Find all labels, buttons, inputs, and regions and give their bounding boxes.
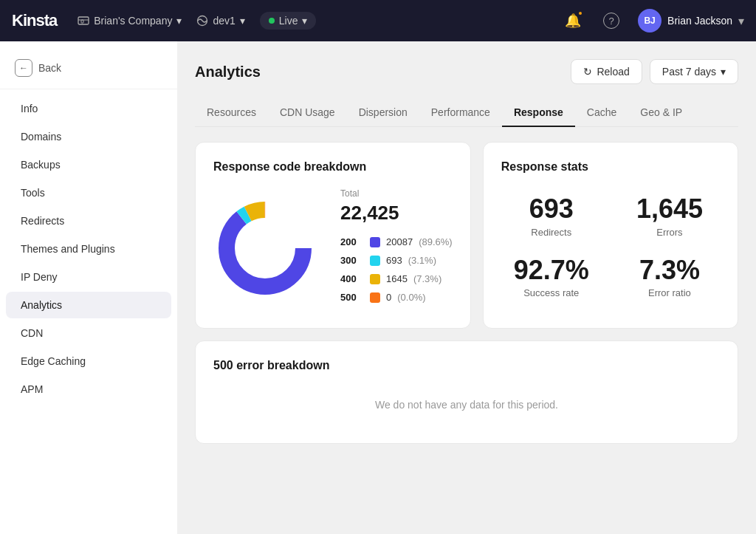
back-icon: ← [15,59,32,77]
stat-label: Redirects [501,227,602,238]
stats-grid: 693 Redirects 1,645 Errors 92.7% Success… [501,188,720,298]
tab-geo-ip[interactable]: Geo & IP [628,99,694,127]
legend-area: Total 22,425 200 20087 (89.6%) 300 693 (… [340,188,453,310]
total-value: 22,425 [340,202,453,225]
legend-dot [370,256,380,266]
date-range-chevron: ▾ [721,66,726,78]
site-name: dev1 [213,15,235,27]
sidebar-item-edge-caching[interactable]: Edge Caching [6,348,171,374]
legend-count: 693 [386,255,402,266]
legend-count: 0 [386,292,391,303]
reload-icon: ↻ [583,66,592,78]
tab-response[interactable]: Response [502,99,575,127]
reload-button[interactable]: ↻ Reload [571,59,642,84]
reload-label: Reload [597,66,629,78]
logo: Kinsta [12,11,57,30]
user-menu[interactable]: BJ Brian Jackson ▾ [638,9,744,32]
stat-value: 693 [501,194,602,224]
avatar: BJ [638,9,662,32]
legend-count: 1645 [386,273,408,284]
legend-item-300: 300 693 (3.1%) [340,255,453,266]
legend-code: 200 [340,236,364,247]
company-selector[interactable]: Brian's Company ▾ [78,15,182,27]
site-selector[interactable]: dev1 ▾ [196,15,244,27]
tab-resources[interactable]: Resources [195,99,268,127]
legend-item-400: 400 1645 (7.3%) [340,273,453,284]
legend-pct: (0.0%) [397,292,425,303]
user-chevron: ▾ [738,14,744,28]
back-label: Back [38,62,61,74]
svg-rect-1 [81,20,83,23]
donut-chart [213,196,317,303]
analytics-tabs: ResourcesCDN UsageDispersionPerformanceR… [195,99,738,127]
topnav: Kinsta Brian's Company ▾ dev1 ▾ Live ▾ 🔔… [0,0,756,41]
header-actions: ↻ Reload Past 7 days ▾ [571,59,738,84]
sidebar-item-info[interactable]: Info [6,95,171,122]
date-range-label: Past 7 days [662,66,716,78]
legend-dot [370,237,380,247]
stat-value: 92.7% [501,256,602,285]
tab-performance[interactable]: Performance [419,99,502,127]
no-data-message: We do not have any data for this period. [213,384,720,425]
layout: ← Back InfoDomainsBackupsToolsRedirectsT… [0,41,756,534]
live-chevron: ▾ [302,15,307,27]
company-name: Brian's Company [94,15,172,27]
legend-pct: (3.1%) [408,255,436,266]
sidebar-item-themes-plugins[interactable]: Themes and Plugins [6,236,171,262]
legend-pct: (89.6%) [419,236,453,247]
stats-card-title: Response stats [501,160,720,174]
help-button[interactable]: ? [599,9,623,32]
stat-success-rate: 92.7% Success rate [501,256,602,299]
legend-count: 20087 [386,236,413,247]
sidebar-item-backups[interactable]: Backups [6,151,171,178]
back-button[interactable]: ← Back [0,53,177,89]
username: Brian Jackson [667,15,732,27]
legend-item-500: 500 0 (0.0%) [340,292,453,303]
tab-dispersion[interactable]: Dispersion [347,99,419,127]
response-stats-card: Response stats 693 Redirects 1,645 Error… [483,142,738,329]
cards-row: Response code breakdown [195,142,738,329]
tab-cache[interactable]: Cache [575,99,628,127]
notifications-button[interactable]: 🔔 [561,9,585,32]
stat-label: Errors [619,227,720,238]
sidebar-item-ip-deny[interactable]: IP Deny [6,264,171,290]
company-chevron: ▾ [176,15,182,27]
error-breakdown-card: 500 error breakdown We do not have any d… [195,340,738,444]
stat-error-ratio: 7.3% Error ratio [619,256,720,299]
sidebar-item-domains[interactable]: Domains [6,123,171,150]
company-icon [78,15,89,27]
page-header: Analytics ↻ Reload Past 7 days ▾ [195,59,738,84]
legend-code: 300 [340,255,364,266]
legend-code: 500 [340,292,364,303]
sidebar-item-cdn[interactable]: CDN [6,320,171,346]
site-chevron: ▾ [240,15,245,27]
stat-redirects: 693 Redirects [501,194,602,238]
sidebar-item-redirects[interactable]: Redirects [6,208,171,234]
total-label: Total [340,188,453,199]
tab-cdn-usage[interactable]: CDN Usage [268,99,347,127]
main-content: Analytics ↻ Reload Past 7 days ▾ Resourc… [177,41,756,534]
date-range-button[interactable]: Past 7 days ▾ [650,59,738,84]
stat-label: Success rate [501,287,602,298]
sidebar-item-analytics[interactable]: Analytics [6,292,171,318]
breakdown-card-title: Response code breakdown [213,160,453,174]
sidebar-item-tools[interactable]: Tools [6,179,171,206]
stat-value: 1,645 [619,194,720,224]
legend-code: 400 [340,273,364,284]
legend-pct: (7.3%) [413,273,441,284]
live-dot [269,18,275,24]
legend-item-200: 200 20087 (89.6%) [340,236,453,247]
page-title: Analytics [195,64,261,81]
wordpress-icon [196,15,208,27]
sidebar: ← Back InfoDomainsBackupsToolsRedirectsT… [0,41,177,534]
live-label: Live [279,15,298,27]
legend-dot [370,274,380,284]
sidebar-item-apm[interactable]: APM [6,376,171,403]
svg-point-8 [236,219,295,278]
stat-label: Error ratio [619,287,720,298]
stat-errors: 1,645 Errors [619,194,720,238]
live-status[interactable]: Live ▾ [260,12,317,30]
stat-value: 7.3% [619,256,720,285]
error-card-title: 500 error breakdown [213,359,720,372]
response-breakdown-card: Response code breakdown [195,142,471,329]
